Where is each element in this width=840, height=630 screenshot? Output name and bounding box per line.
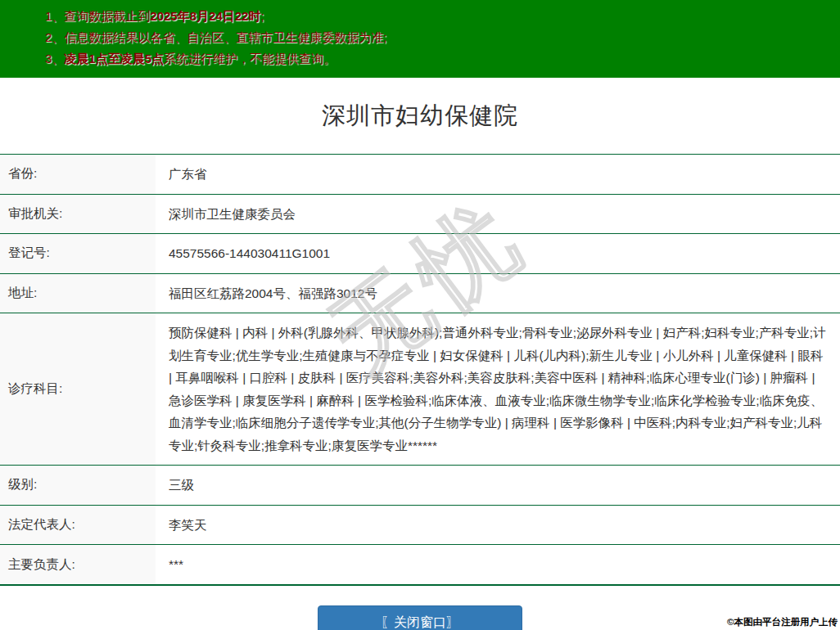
row-label: 法定代表人:: [0, 506, 156, 545]
notice-list: 1、查询数据截止到2025年8月24日22时; 2、信息数据结果以各省、自治区、…: [45, 6, 832, 70]
table-row-person-in-charge: 主要负责人: ***: [0, 545, 840, 584]
row-value: 福田区红荔路2004号、福强路3012号: [156, 274, 840, 313]
upload-credit-text: ©本图由平台注册用户上传: [727, 616, 838, 628]
row-value: 预防保健科 | 内科 | 外科(乳腺外科、甲状腺外科);普通外科专业;骨科专业;…: [156, 313, 840, 465]
row-label: 省份:: [0, 155, 156, 194]
notice-1-suffix: ;: [260, 9, 264, 23]
notice-3-bold: 凌晨1点至凌晨5点: [64, 52, 164, 65]
row-label: 级别:: [0, 466, 156, 505]
row-label: 诊疗科目:: [0, 313, 156, 465]
table-row-registration-number: 登记号: 45575566-144030411G1001: [0, 234, 840, 274]
table-row-address: 地址: 福田区红荔路2004号、福强路3012号: [0, 274, 840, 314]
notice-2-text: 2、信息数据结果以各省、自治区、直辖市卫生健康委数据为准;: [45, 30, 387, 44]
table-row-approval-authority: 审批机关: 深圳市卫生健康委员会: [0, 195, 840, 235]
row-value: 三级: [156, 466, 840, 505]
row-label: 审批机关:: [0, 195, 156, 234]
table-row-province: 省份: 广东省: [0, 155, 840, 195]
notice-item-2: 2、信息数据结果以各省、自治区、直辖市卫生健康委数据为准;: [45, 27, 832, 48]
row-value: ***: [156, 545, 840, 584]
row-value: 深圳市卫生健康委员会: [156, 195, 840, 234]
notice-1-text: 1、查询数据截止到: [45, 9, 150, 23]
row-value: 45575566-144030411G1001: [156, 234, 840, 273]
row-value: 李笑天: [156, 506, 840, 545]
row-label: 地址:: [0, 274, 156, 313]
page-title: 深圳市妇幼保健院: [0, 78, 840, 154]
notice-3-suffix: 系统进行维护，不能提供查询。: [164, 52, 336, 65]
row-label: 登记号:: [0, 234, 156, 273]
row-label: 主要负责人:: [0, 545, 156, 584]
notice-3-text: 3、: [45, 52, 64, 65]
notice-item-1: 1、查询数据截止到2025年8月24日22时;: [45, 6, 832, 27]
button-row: 〖关闭窗口〗: [0, 605, 840, 630]
table-row-legal-representative: 法定代表人: 李笑天: [0, 506, 840, 546]
table-row-medical-departments: 诊疗科目: 预防保健科 | 内科 | 外科(乳腺外科、甲状腺外科);普通外科专业…: [0, 313, 840, 466]
row-value: 广东省: [156, 155, 840, 194]
table-row-level: 级别: 三级: [0, 466, 840, 506]
notice-item-3: 3、凌晨1点至凌晨5点系统进行维护，不能提供查询。: [45, 48, 832, 70]
close-window-button[interactable]: 〖关闭窗口〗: [318, 605, 522, 630]
notice-bar: 1、查询数据截止到2025年8月24日22时; 2、信息数据结果以各省、自治区、…: [0, 0, 840, 78]
hospital-info-table: 省份: 广东省 审批机关: 深圳市卫生健康委员会 登记号: 45575566-1…: [0, 154, 840, 586]
notice-1-bold: 2025年8月24日22时: [150, 9, 260, 23]
